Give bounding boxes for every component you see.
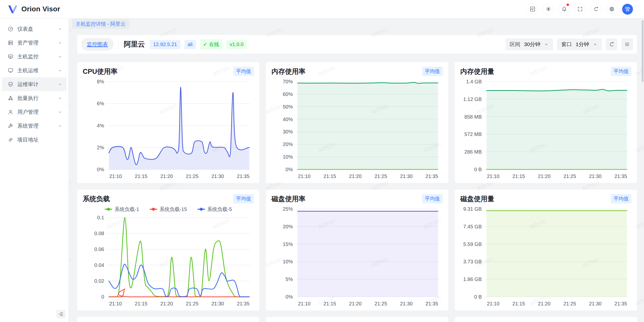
chart-body: 0%2%4%6%8%21:1021:1521:2021:2521:3021:35 — [82, 78, 254, 181]
sidebar-item-system-mgmt[interactable]: 系统管理 — [2, 119, 66, 133]
scrollbar-thumb[interactable] — [642, 20, 643, 82]
content: 主机监控详情 - 阿里云 监控图表 阿里云 12.92.5.21 ali ✓在线… — [69, 18, 644, 322]
svg-text:21:15: 21:15 — [512, 301, 525, 306]
topbar-actions: 管 — [527, 4, 633, 15]
chevron-down-icon — [58, 54, 62, 59]
code-square-button[interactable] — [527, 4, 538, 15]
svg-text:0.08: 0.08 — [94, 231, 104, 236]
tab-monitor-charts[interactable]: 监控图表 — [81, 38, 113, 51]
sidebar-item-label: 系统管理 — [17, 122, 58, 129]
refresh-icon — [593, 6, 599, 12]
chart-title: 内存使用量 — [460, 67, 494, 76]
charts-grid-row-2: 系统负载平均值系统负载-1系统负载-15系统负载-500.020.040.060… — [77, 190, 637, 310]
user-icon — [8, 109, 14, 115]
side-menu: 仪表盘资产管理主机监控主机运维运维审计批量执行用户管理系统管理项目地址 — [0, 22, 68, 147]
chart-card-head: 磁盘使用率平均值 — [271, 190, 443, 205]
monitor-icon — [8, 67, 14, 74]
svg-text:21:20: 21:20 — [538, 301, 550, 306]
range-select[interactable]: 区间 30分钟 — [505, 39, 553, 50]
sidebar-item-dashboard[interactable]: 仪表盘 — [2, 22, 66, 36]
chart-card-disk-usage-rate: 磁盘使用率平均值0%5%10%15%20%25%21:1021:1521:202… — [266, 190, 448, 310]
svg-text:21:25: 21:25 — [563, 173, 576, 179]
svg-text:21:30: 21:30 — [589, 173, 601, 179]
sidebar-item-label: 批量执行 — [17, 95, 58, 102]
hamburger-icon — [624, 41, 630, 47]
svg-text:21:15: 21:15 — [135, 301, 147, 306]
svg-text:0: 0 — [101, 294, 104, 300]
chart-title: CPU使用率 — [83, 67, 117, 76]
header-controls: 区间 30分钟 窗口 1分钟 — [505, 39, 633, 50]
fullscreen-button[interactable] — [575, 4, 586, 15]
svg-text:8%: 8% — [97, 79, 104, 84]
chart-body: 0 B1.86 GB3.73 GB5.59 GB7.45 GB9.31 GB21… — [460, 205, 632, 308]
avg-badge: 平均值 — [422, 67, 443, 76]
legend-item[interactable]: 系统负载-15 — [150, 206, 187, 213]
disk-usage-rate-plot: 0%5%10%15%20%25%21:1021:1521:2021:2521:3… — [271, 205, 443, 308]
chart-card-cpu-usage: CPU使用率平均值0%2%4%6%8%21:1021:1521:2021:252… — [77, 62, 259, 183]
svg-text:1.86 GB: 1.86 GB — [463, 276, 481, 282]
chevron-down-icon — [544, 42, 549, 47]
chevron-down-icon — [593, 42, 597, 47]
svg-text:50%: 50% — [283, 104, 293, 110]
svg-text:4%: 4% — [97, 123, 104, 128]
sidebar-item-batch-exec[interactable]: 批量执行 — [2, 91, 66, 105]
avatar[interactable]: 管 — [622, 4, 633, 15]
svg-text:21:20: 21:20 — [349, 173, 362, 179]
sidebar-item-ops-audit[interactable]: 运维审计 — [2, 77, 66, 91]
sidebar-item-label: 资产管理 — [17, 39, 58, 46]
link-icon — [8, 137, 14, 143]
svg-text:21:30: 21:30 — [211, 173, 224, 179]
sidebar-item-project-link[interactable]: 项目地址 — [2, 133, 66, 147]
breadcrumb[interactable]: 主机监控详情 - 阿里云 — [72, 19, 129, 29]
charts-grid-row-3 — [77, 317, 637, 322]
svg-text:20%: 20% — [283, 224, 293, 229]
collapse-sidebar-button[interactable] — [56, 310, 65, 318]
svg-text:21:15: 21:15 — [324, 301, 336, 306]
sidebar-item-host-monitor[interactable]: 主机监控 — [2, 50, 66, 63]
chart-title: 磁盘使用量 — [460, 194, 494, 203]
refresh-button[interactable] — [590, 4, 601, 15]
legend-marker-icon — [150, 208, 157, 211]
svg-text:21:25: 21:25 — [375, 301, 387, 306]
refresh-charts-button[interactable] — [606, 39, 617, 50]
svg-text:21:35: 21:35 — [614, 173, 627, 179]
code-square-icon — [530, 6, 536, 12]
legend-item[interactable]: 系统负载-1 — [105, 206, 139, 213]
svg-text:21:15: 21:15 — [135, 173, 147, 179]
avg-badge: 平均值 — [611, 67, 631, 76]
sidebar-item-user-mgmt[interactable]: 用户管理 — [2, 105, 66, 119]
window-select[interactable]: 窗口 1分钟 — [557, 39, 602, 50]
avg-badge: 平均值 — [422, 194, 443, 203]
chart-menu-button[interactable] — [621, 39, 633, 50]
sidebar-item-label: 运维审计 — [17, 81, 58, 88]
svg-text:40%: 40% — [283, 117, 293, 122]
range-value: 30分钟 — [524, 41, 540, 48]
sidebar-item-label: 项目地址 — [17, 136, 62, 143]
chevron-down-icon — [58, 27, 62, 31]
svg-text:6%: 6% — [97, 101, 104, 106]
legend-item[interactable]: 系统负载-5 — [197, 206, 232, 213]
system-load-plot: 00.020.040.060.080.121:1021:1521:2021:25… — [82, 213, 254, 308]
chart-body: 0%10%20%30%40%50%60%70%21:1021:1521:2021… — [271, 78, 443, 181]
theme-button[interactable] — [543, 4, 554, 15]
svg-text:20%: 20% — [283, 141, 293, 147]
svg-text:21:10: 21:10 — [487, 173, 499, 179]
host-name: 阿里云 — [124, 40, 145, 49]
chart-body: 00.020.040.060.080.121:1021:1521:2021:25… — [82, 213, 254, 308]
host-status-badge: ✓在线 — [200, 39, 223, 50]
svg-text:21:35: 21:35 — [426, 301, 438, 306]
sidebar-item-assets[interactable]: 资产管理 — [2, 36, 66, 50]
sidebar-item-label: 仪表盘 — [17, 25, 58, 32]
svg-text:858 MB: 858 MB — [464, 114, 482, 120]
svg-text:21:35: 21:35 — [426, 173, 438, 179]
svg-text:70%: 70% — [283, 79, 293, 84]
sidebar-item-label: 主机运维 — [17, 67, 58, 74]
window-value: 1分钟 — [576, 41, 589, 48]
wrench-icon — [8, 123, 14, 129]
sidebar-item-host-ops[interactable]: 主机运维 — [2, 63, 66, 77]
bell-button[interactable] — [559, 4, 570, 15]
chevron-down-icon — [58, 124, 62, 128]
settings-button[interactable] — [606, 4, 617, 15]
menu-fold-icon — [58, 311, 64, 317]
legend-label: 系统负载-15 — [159, 206, 187, 213]
